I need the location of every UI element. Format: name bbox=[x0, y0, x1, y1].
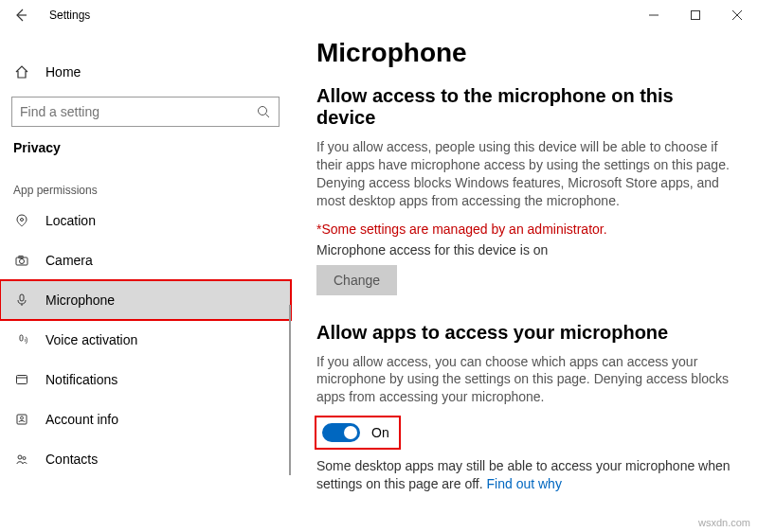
section2-head: Allow apps to access your microphone bbox=[316, 322, 733, 344]
section1-body: If you allow access, people using this d… bbox=[316, 138, 733, 210]
section2-footer: Some desktop apps may still be able to a… bbox=[316, 457, 733, 493]
svg-point-18 bbox=[18, 455, 22, 459]
apps-access-toggle[interactable] bbox=[322, 423, 360, 442]
content: Microphone Allow access to the microphon… bbox=[292, 30, 758, 532]
svg-point-7 bbox=[21, 219, 24, 222]
back-button[interactable] bbox=[13, 8, 32, 23]
camera-icon bbox=[13, 254, 30, 267]
location-icon bbox=[13, 214, 30, 227]
sidebar-item-notifications[interactable]: Notifications bbox=[0, 360, 291, 399]
sidebar-item-label: Voice activation bbox=[45, 332, 137, 347]
sidebar-item-location[interactable]: Location bbox=[0, 201, 291, 240]
change-button[interactable]: Change bbox=[316, 265, 397, 295]
svg-point-5 bbox=[259, 107, 267, 115]
account-icon bbox=[13, 413, 30, 426]
minimize-button[interactable] bbox=[633, 0, 675, 30]
watermark: wsxdn.com bbox=[698, 517, 750, 528]
sidebar-item-label: Account info bbox=[45, 412, 118, 427]
window-title: Settings bbox=[49, 9, 90, 22]
home-icon bbox=[13, 64, 30, 80]
sidebar: Home Privacy App permissions Location Ca… bbox=[0, 30, 292, 532]
search-icon bbox=[256, 105, 271, 118]
sidebar-item-label: Microphone bbox=[45, 293, 115, 308]
svg-rect-13 bbox=[20, 335, 23, 341]
device-access-status: Microphone access for this device is on bbox=[316, 242, 733, 257]
section2-body: If you allow access, you can choose whic… bbox=[316, 353, 733, 407]
search-input-container[interactable] bbox=[11, 97, 280, 127]
svg-point-17 bbox=[21, 417, 24, 419]
svg-rect-2 bbox=[692, 11, 700, 20]
apps-toggle-row: On bbox=[316, 417, 399, 448]
group-privacy: Privacy bbox=[0, 127, 291, 159]
sidebar-item-label: Notifications bbox=[45, 372, 117, 387]
svg-rect-14 bbox=[17, 376, 27, 384]
admin-warning: *Some settings are managed by an adminis… bbox=[316, 222, 733, 237]
microphone-icon bbox=[13, 293, 30, 307]
section-app-permissions: App permissions bbox=[0, 159, 291, 201]
sidebar-item-label: Camera bbox=[45, 253, 93, 268]
svg-point-9 bbox=[20, 259, 25, 264]
sidebar-item-contacts[interactable]: Contacts bbox=[0, 439, 291, 479]
home-nav[interactable]: Home bbox=[0, 55, 291, 89]
voice-icon bbox=[13, 333, 30, 346]
svg-line-6 bbox=[266, 115, 270, 118]
svg-point-19 bbox=[23, 457, 26, 460]
section1-head: Allow access to the microphone on this d… bbox=[316, 85, 733, 129]
sidebar-item-account-info[interactable]: Account info bbox=[0, 399, 291, 439]
toggle-label: On bbox=[371, 425, 389, 440]
search-input[interactable] bbox=[20, 104, 256, 119]
svg-rect-11 bbox=[20, 294, 24, 301]
contacts-icon bbox=[13, 452, 30, 466]
notifications-icon bbox=[13, 373, 30, 386]
sidebar-item-label: Contacts bbox=[45, 452, 98, 467]
sidebar-item-voice-activation[interactable]: Voice activation bbox=[0, 320, 291, 360]
close-button[interactable] bbox=[716, 0, 758, 30]
find-out-why-link[interactable]: Find out why bbox=[487, 476, 562, 491]
home-label: Home bbox=[45, 64, 81, 80]
sidebar-item-camera[interactable]: Camera bbox=[0, 240, 291, 280]
page-title: Microphone bbox=[316, 38, 733, 68]
maximize-button[interactable] bbox=[675, 0, 716, 30]
sidebar-item-label: Location bbox=[45, 213, 96, 228]
sidebar-item-microphone[interactable]: Microphone bbox=[0, 280, 291, 320]
